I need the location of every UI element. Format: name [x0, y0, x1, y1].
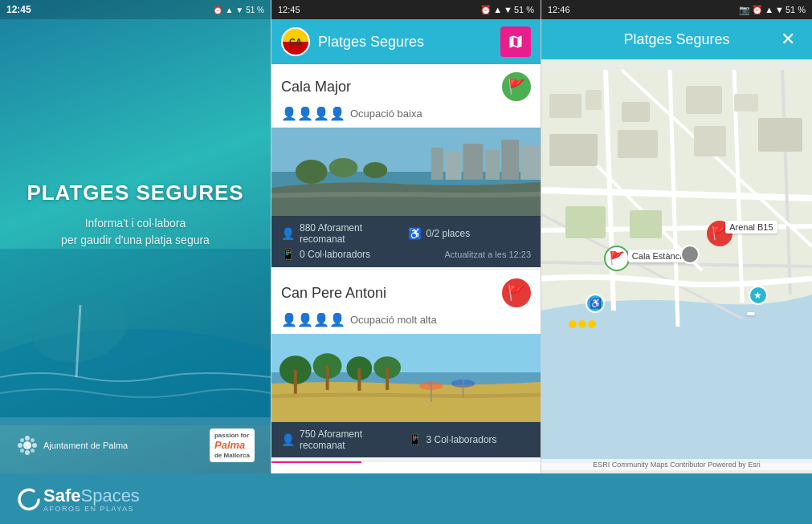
screen3-time: 12:46: [548, 5, 570, 14]
marker-grey[interactable]: [680, 245, 700, 264]
screen2-wifi-icon: ▼: [504, 5, 512, 14]
lang-text: CA: [289, 37, 302, 47]
map-area[interactable]: 🚩 Cala Estància 🚩 Arenal B15 ♿: [541, 59, 812, 473]
screen2-alarm-icon: ⏰: [480, 5, 492, 15]
svg-point-22: [329, 158, 358, 177]
beach1-wheelchair-icon: ♿: [408, 227, 422, 240]
beach1-updated-row: Actualitzat a les 12:23: [408, 248, 532, 261]
svg-rect-52: [686, 86, 722, 114]
beach1-people-icon: 👤👤👤👤: [281, 106, 345, 121]
beach1-places: 0/2 places: [426, 228, 471, 239]
screen2-list: 12:45 ⏰ ▲ ▼ 51 % CA Platges Segures Cala: [271, 0, 541, 473]
screen2-header-title: Platges Segures: [318, 34, 492, 51]
marker-can-pastilla[interactable]: ★: [749, 286, 768, 305]
screen1-time: 12:45: [6, 4, 31, 15]
beach1-info: 👤 880 Aforament recomanat ♿ 0/2 places 📱…: [271, 216, 541, 267]
screen1-subtitle: Informa't i col·labora per gaudir d'una …: [61, 215, 210, 249]
beach1-aforo-row: 👤 880 Aforament recomanat: [281, 222, 405, 245]
svg-rect-58: [565, 206, 606, 238]
svg-point-8: [32, 443, 37, 448]
map-toggle-button[interactable]: [500, 26, 531, 57]
passion-logo: passion for Palma de Mallorca: [210, 429, 255, 463]
svg-rect-29: [326, 366, 329, 390]
svg-rect-24: [271, 334, 541, 378]
screen2-signal-icon: ▲: [493, 5, 502, 14]
svg-rect-33: [386, 368, 389, 390]
screen2-header: CA Platges Segures: [271, 19, 541, 64]
signal-icon: ▲: [225, 6, 233, 14]
subtitle-line1: Informa't i col·labora: [85, 217, 186, 230]
marker-wheelchair[interactable]: ♿: [586, 294, 605, 313]
svg-rect-17: [463, 144, 484, 180]
beach-card-can-pere[interactable]: Can Pere Antoni 🚩 👤👤👤👤 Ocupació molt alt…: [271, 270, 541, 457]
beach2-occupancy: Ocupació molt alta: [350, 314, 437, 326]
marker-cala-estancia[interactable]: 🚩: [604, 246, 630, 271]
tab-normativa[interactable]: NORMATIVA: [451, 461, 541, 473]
alarm-icon: ⏰: [213, 6, 222, 14]
beach1-image: [271, 128, 541, 216]
svg-rect-59: [630, 210, 662, 238]
screen1-status-icons: ⏰ ▲ ▼ 51 %: [213, 6, 264, 14]
bottom-bar: SafeSpaces AFOROS EN PLAYAS: [0, 473, 812, 524]
screen2-status-icons: ⏰ ▲ ▼ 51 %: [480, 5, 534, 15]
beach1-occupancy-row: 👤👤👤👤 Ocupació baixa: [271, 106, 541, 128]
beach1-flag: 🚩: [502, 72, 531, 101]
label-arenal-b15: Arenal B15: [725, 221, 777, 234]
svg-point-11: [20, 449, 24, 453]
screen2-battery: 51 %: [514, 5, 534, 14]
ajuntament-icon: [16, 434, 39, 457]
svg-rect-19: [501, 140, 519, 180]
logo-c-icon: [16, 487, 42, 513]
beach2-aforo: 750 Aforament recomanat: [300, 429, 405, 451]
svg-rect-56: [694, 126, 726, 156]
beach1-name: Cala Major: [281, 79, 351, 95]
lang-badge[interactable]: CA: [281, 27, 310, 56]
tab-platges[interactable]: PLATGES: [271, 461, 361, 473]
screen3-header: Platges Segures ✕: [541, 19, 812, 59]
svg-point-5: [25, 436, 30, 441]
screen3-map: 12:46 📷 ⏰ ▲ ▼ 51 % Platges Segures ✕: [541, 0, 812, 473]
beach1-phone-icon: 📱: [281, 248, 295, 261]
beach2-scene: [271, 334, 541, 422]
svg-rect-27: [294, 370, 297, 394]
screen3-signal-icon: ▲: [765, 5, 773, 14]
svg-point-21: [296, 160, 328, 184]
ajuntament-logo: Ajuntament de Palma: [16, 434, 128, 457]
logo-safe: Safe: [43, 485, 80, 506]
beach2-people-icon: 👤👤👤👤: [281, 312, 345, 327]
svg-rect-49: [549, 94, 581, 118]
beach1-person-icon: 👤: [281, 227, 295, 240]
svg-rect-55: [618, 130, 658, 158]
safe-spaces-logo: SafeSpaces AFOROS EN PLAYAS: [16, 485, 140, 513]
svg-point-6: [25, 450, 30, 455]
screen2-status-bar: 12:45 ⏰ ▲ ▼ 51 %: [271, 0, 541, 19]
screen1-footer: Ajuntament de Palma passion for Palma de…: [0, 417, 271, 473]
beach2-aforo-row: 👤 750 Aforament recomanat: [281, 429, 405, 451]
screen1-title: PLATGES SEGURES: [27, 181, 243, 205]
beach2-flag: 🚩: [502, 278, 531, 307]
beach1-collaboradors: 0 Col·laboradors: [300, 249, 370, 260]
screen3-status-icons: 📷 ⏰ ▲ ▼ 51 %: [739, 5, 806, 15]
close-button[interactable]: ✕: [777, 28, 799, 51]
bottom-nav: PLATGES VISITA NORMATIVA: [271, 461, 541, 473]
beach2-person-icon: 👤: [281, 433, 295, 446]
svg-point-7: [18, 443, 22, 448]
beach2-info: 👤 750 Aforament recomanat 📱 3 Col·labora…: [271, 422, 541, 457]
beach2-header: Can Pere Antoni 🚩: [271, 270, 541, 312]
svg-rect-16: [446, 152, 462, 180]
beach1-scene: [271, 128, 541, 216]
svg-rect-51: [622, 102, 650, 122]
svg-rect-18: [485, 150, 500, 180]
map-icon: [508, 34, 524, 50]
svg-rect-54: [549, 134, 598, 166]
beach1-aforo: 880 Aforament recomanat: [300, 222, 405, 245]
screen1-splash: 12:45 ⏰ ▲ ▼ 51 % PLATGES SEGURES Inf: [0, 0, 271, 473]
map-svg: [541, 59, 812, 473]
ajuntament-text: Ajuntament de Palma: [43, 441, 128, 450]
battery-text: 51 %: [246, 6, 264, 14]
tab-visita[interactable]: VISITA: [361, 461, 451, 473]
screen3-status-bar: 12:46 📷 ⏰ ▲ ▼ 51 %: [541, 0, 812, 19]
beach-card-cala-major[interactable]: Cala Major 🚩 👤👤👤👤 Ocupació baixa: [271, 64, 541, 267]
beach1-header: Cala Major 🚩: [271, 64, 541, 106]
screen3-wifi-icon: ▼: [775, 5, 784, 14]
